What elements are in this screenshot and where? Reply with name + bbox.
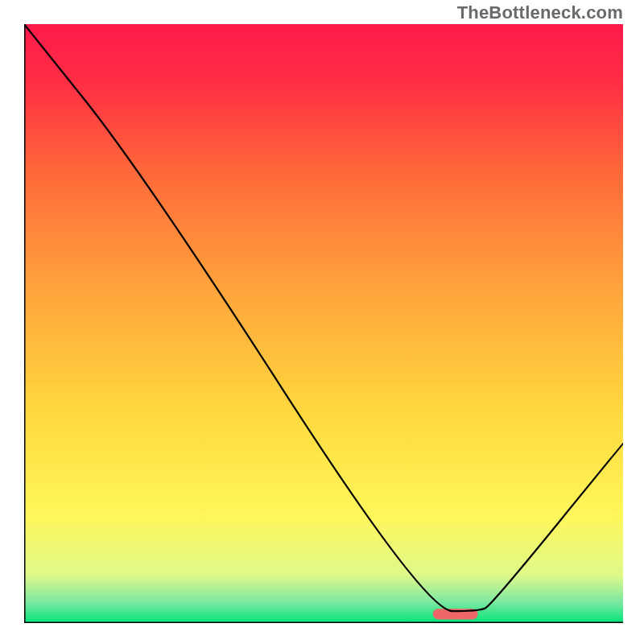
chart-stage-container: TheBottleneck.com bbox=[0, 0, 644, 644]
watermark-text: TheBottleneck.com bbox=[457, 2, 623, 23]
chart-plot-area bbox=[24, 24, 623, 623]
chart-svg bbox=[24, 24, 623, 623]
chart-background-gradient bbox=[24, 24, 623, 623]
